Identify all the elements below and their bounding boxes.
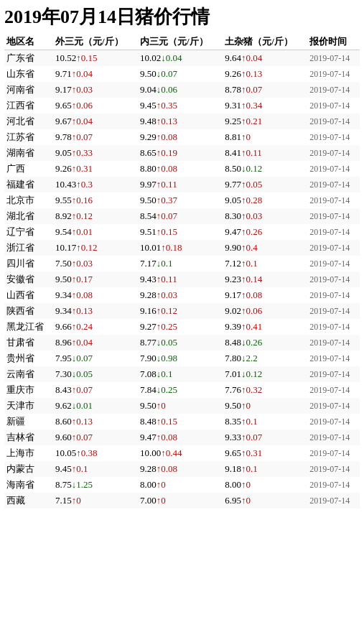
table-cell-date: 2019-07-14: [307, 271, 360, 287]
table-cell: 8.60↑0.13: [53, 414, 138, 430]
header-nei: 内三元（元/斤）: [138, 34, 223, 50]
table-cell: 江苏省: [4, 129, 53, 145]
table-cell-date: 2019-07-14: [307, 493, 360, 509]
table-cell: 四川省: [4, 256, 53, 271]
table-cell: 8.50↓0.12: [223, 161, 307, 177]
table-cell: 7.90↓0.98: [138, 351, 223, 366]
table-cell: 陕西省: [4, 303, 53, 319]
table-cell: 6.95↑0: [223, 493, 307, 509]
table-cell: 河北省: [4, 113, 53, 129]
table-cell: 8.35↑0.1: [223, 414, 307, 430]
table-cell: 上海市: [4, 445, 53, 461]
table-cell: 9.34↑0.08: [53, 287, 138, 303]
table-cell: 7.84↓0.25: [138, 382, 223, 398]
table-cell: 9.47↑0.08: [138, 430, 223, 445]
table-cell: 8.75↓1.25: [53, 477, 138, 493]
table-cell: 7.76↑0.32: [223, 382, 307, 398]
table-row: 湖南省9.05↑0.338.65↑0.198.41↑0.112019-07-14: [4, 145, 360, 161]
table-cell: 9.90↑0.4: [223, 240, 307, 256]
table-cell: 内蒙古: [4, 461, 53, 477]
table-cell: 安徽省: [4, 271, 53, 287]
table-cell: 西藏: [4, 493, 53, 509]
table-cell-date: 2019-07-14: [307, 287, 360, 303]
table-row: 海南省8.75↓1.258.00↑08.00↑02019-07-14: [4, 477, 360, 493]
header-wai: 外三元（元/斤）: [53, 34, 138, 50]
table-cell: 9.77↑0.05: [223, 177, 307, 192]
table-cell: 新疆: [4, 414, 53, 430]
table-row: 四川省7.50↑0.037.17↓0.17.12↑0.12019-07-14: [4, 256, 360, 271]
table-cell-date: 2019-07-14: [307, 208, 360, 224]
table-row: 广东省10.52↑0.1510.02↓0.049.64↑0.042019-07-…: [4, 50, 360, 67]
table-row: 重庆市8.43↑0.077.84↓0.257.76↑0.322019-07-14: [4, 382, 360, 398]
table-cell: 9.66↑0.24: [53, 319, 138, 335]
table-cell: 10.52↑0.15: [53, 50, 138, 67]
table-cell: 江西省: [4, 98, 53, 113]
table-row: 甘肃省8.96↑0.048.77↓0.058.48↓0.262019-07-14: [4, 335, 360, 351]
table-cell-date: 2019-07-14: [307, 50, 360, 67]
table-cell: 海南省: [4, 477, 53, 493]
table-row: 天津市9.62↓0.019.50↑09.50↑02019-07-14: [4, 398, 360, 414]
table-cell: 8.48↓0.26: [223, 335, 307, 351]
table-cell: 9.33↑0.07: [223, 430, 307, 445]
table-row: 湖北省8.92↑0.128.54↑0.078.30↑0.032019-07-14: [4, 208, 360, 224]
table-cell: 9.27↑0.25: [138, 319, 223, 335]
table-cell: 浙江省: [4, 240, 53, 256]
table-cell: 9.97↑0.11: [138, 177, 223, 192]
table-cell: 福建省: [4, 177, 53, 192]
table-cell: 重庆市: [4, 382, 53, 398]
table-cell: 8.65↑0.19: [138, 145, 223, 161]
table-cell: 7.17↓0.1: [138, 256, 223, 271]
table-cell: 9.62↓0.01: [53, 398, 138, 414]
table-cell: 9.26↑0.13: [223, 66, 307, 82]
table-cell: 10.17↑0.12: [53, 240, 138, 256]
table-cell: 7.95↓0.07: [53, 351, 138, 366]
table-cell: 河南省: [4, 82, 53, 98]
table-cell: 9.60↑0.07: [53, 430, 138, 445]
table-cell: 吉林省: [4, 430, 53, 445]
table-cell: 7.01↓0.12: [223, 366, 307, 382]
table-cell-date: 2019-07-14: [307, 366, 360, 382]
table-cell: 8.43↑0.07: [53, 382, 138, 398]
table-row: 福建省10.43↑0.39.97↑0.119.77↑0.052019-07-14: [4, 177, 360, 192]
table-cell: 10.05↑0.38: [53, 445, 138, 461]
table-cell: 8.30↑0.03: [223, 208, 307, 224]
table-cell: 10.01↑0.18: [138, 240, 223, 256]
table-row: 黑龙江省9.66↑0.249.27↑0.259.39↑0.412019-07-1…: [4, 319, 360, 335]
table-cell: 9.26↑0.31: [53, 161, 138, 177]
table-cell-date: 2019-07-14: [307, 98, 360, 113]
table-cell-date: 2019-07-14: [307, 113, 360, 129]
table-cell: 9.34↑0.13: [53, 303, 138, 319]
table-cell-date: 2019-07-14: [307, 66, 360, 82]
table-cell-date: 2019-07-14: [307, 477, 360, 493]
table-cell: 9.28↑0.08: [138, 461, 223, 477]
table-row: 江苏省9.78↑0.079.29↑0.088.81↑02019-07-14: [4, 129, 360, 145]
table-cell: 9.51↑0.15: [138, 224, 223, 240]
table-cell-date: 2019-07-14: [307, 445, 360, 461]
table-cell: 黑龙江省: [4, 319, 53, 335]
table-cell: 天津市: [4, 398, 53, 414]
table-cell-date: 2019-07-14: [307, 351, 360, 366]
table-cell: 7.08↓0.1: [138, 366, 223, 382]
table-cell: 7.15↑0: [53, 493, 138, 509]
table-cell-date: 2019-07-14: [307, 256, 360, 271]
table-cell: 9.05↑0.33: [53, 145, 138, 161]
table-cell: 9.16↑0.12: [138, 303, 223, 319]
table-cell: 贵州省: [4, 351, 53, 366]
table-cell: 7.50↑0.03: [53, 256, 138, 271]
table-header-row: 地区名 外三元（元/斤） 内三元（元/斤） 土杂猪（元/斤） 报价时间: [4, 34, 360, 50]
price-table: 地区名 外三元（元/斤） 内三元（元/斤） 土杂猪（元/斤） 报价时间 广东省1…: [4, 34, 360, 509]
table-cell: 8.00↑0: [223, 477, 307, 493]
table-row: 内蒙古9.45↑0.19.28↑0.089.18↑0.12019-07-14: [4, 461, 360, 477]
table-cell: 9.31↑0.34: [223, 98, 307, 113]
table-row: 陕西省9.34↑0.139.16↑0.129.02↑0.062019-07-14: [4, 303, 360, 319]
table-cell: 9.50↑0.37: [138, 192, 223, 208]
table-cell: 山东省: [4, 66, 53, 82]
table-cell: 云南省: [4, 366, 53, 382]
header-date: 报价时间: [307, 34, 360, 50]
table-row: 新疆8.60↑0.138.48↑0.158.35↑0.12019-07-14: [4, 414, 360, 430]
table-row: 西藏7.15↑07.00↑06.95↑02019-07-14: [4, 493, 360, 509]
table-cell: 9.05↑0.28: [223, 192, 307, 208]
table-row: 云南省7.30↓0.057.08↓0.17.01↓0.122019-07-14: [4, 366, 360, 382]
table-cell: 9.17↑0.03: [53, 82, 138, 98]
table-cell: 9.50↑0: [223, 398, 307, 414]
